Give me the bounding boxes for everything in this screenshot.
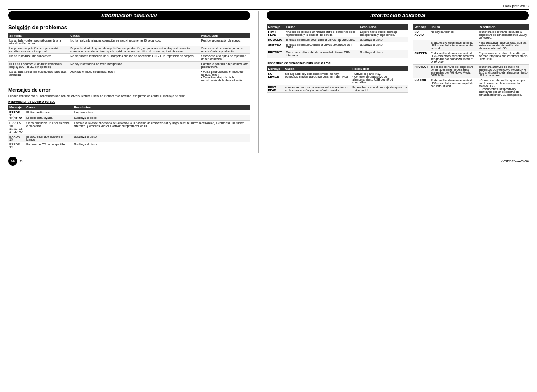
header-text: Black plate (56,1) xyxy=(503,4,529,8)
usb-col-causa: Causa xyxy=(284,66,351,71)
page-number: 56 xyxy=(8,157,17,166)
right-cd-table: Mensaje Causa Resolución FRMT READA vece… xyxy=(267,24,408,58)
col-sintoma: Síntoma xyxy=(8,33,69,38)
r2-col-causa: Causa xyxy=(429,24,477,30)
table-row: FRMT READA veces se produce un retraso e… xyxy=(267,85,408,93)
table-row: N/A USBEl dispositivo de almacenamiento … xyxy=(413,78,529,97)
table-row: ERROR-10, 11, 12, 15, 17, 30, A0Se ha pr… xyxy=(8,121,250,134)
table-row: SKIPPEDEl disco insertado contiene archi… xyxy=(267,42,408,50)
top-divider xyxy=(8,9,529,10)
r-col-res: Resolución xyxy=(359,24,408,30)
table-row: FRMT READA veces se produce un retraso e… xyxy=(267,30,408,37)
table-row: NO XXXX aparece cuando se cambia un disp… xyxy=(8,62,250,69)
cd-col-msg: Mensaje xyxy=(8,105,25,110)
usb-section-title: Dispositivo de almacenamiento USB o iPod xyxy=(267,61,408,65)
col-resolucion: Resolución xyxy=(200,33,250,38)
r-col-causa: Causa xyxy=(285,24,359,30)
problems-table: Síntoma Causa Resolución La pantalla vue… xyxy=(8,33,250,83)
error-intro: Cuando contacte con su concesionario o c… xyxy=(8,95,250,97)
table-row: ERROR-11, 12, 17, 30El disco está sucio.… xyxy=(8,110,250,115)
table-row: El disco está rayado.Sustituya el disco. xyxy=(8,115,250,120)
r2-col-res: Resolución xyxy=(477,24,529,30)
usb-col-msg: Mensaje xyxy=(267,66,283,71)
cd-col-res: Resolución xyxy=(73,105,250,110)
table-row: La gama de repetición de reproducción ca… xyxy=(8,46,250,54)
footer-lang: Es xyxy=(20,159,23,163)
table-row: La pantalla se ilumina cuando la unidad … xyxy=(8,69,250,83)
table-row: No se reproduce una subcarpeta.No se pue… xyxy=(8,54,250,62)
table-row: NO AUDIOEl disco insertado no contiene a… xyxy=(267,37,408,42)
right2-table: Mensaje Causa Resolución NO AUDIONo hay … xyxy=(413,24,529,97)
r2-col-msg: Mensaje xyxy=(413,24,430,30)
page-footer: 56 Es <YRD5324-A/S>56 xyxy=(8,157,529,166)
left-section-title: Información adicional xyxy=(8,11,250,20)
table-row: ERROR-23Formato de CD no compatibleSusti… xyxy=(8,142,250,150)
table-row: PROTECTTodos los archivos del disco inse… xyxy=(267,50,408,58)
cd-section-title: Reproductor de CD incorporado xyxy=(8,100,250,104)
table-row: PROTECTTodos los archivos del dispositiv… xyxy=(413,65,529,78)
r-col-msg: Mensaje xyxy=(267,24,285,30)
col-causa: Causa xyxy=(69,33,200,38)
table-row: NO AUDIONo hay canciones.Transfiera los … xyxy=(413,30,529,40)
table-row: La pantalla vuelve automáticamente a la … xyxy=(8,38,250,46)
table-row: NO DEVICESi Plug and Play está desactiva… xyxy=(267,71,408,85)
column-divider xyxy=(258,11,259,153)
main-columns: Información adicional Solución de proble… xyxy=(8,11,529,153)
right-section-title: Información adicional xyxy=(267,11,529,20)
cd-error-table: Mensaje Causa Resolución ERROR-11, 12, 1… xyxy=(8,105,250,150)
table-row: SKIPPEDEl dispositivo de almacenamiento … xyxy=(413,51,529,65)
error-section-title: Mensajes de error xyxy=(8,87,250,93)
usb-table: Mensaje Causa Resolución NO DEVICESi Plu… xyxy=(267,66,408,93)
table-row: ERROR-15El disco insertado aparece en bl… xyxy=(8,134,250,142)
page-header: Black plate (56,1) xyxy=(8,4,529,8)
left-column: Información adicional Solución de proble… xyxy=(8,11,250,153)
subsection-title: Solución de problemas xyxy=(8,24,250,30)
usb-col-res: Resolución xyxy=(351,66,408,71)
right-column: Información adicional Mensaje Causa Reso… xyxy=(267,11,529,153)
table-row: El dispositivo de almacenamiento USB con… xyxy=(413,40,529,51)
footer-code: <YRD5324-A/S>56 xyxy=(501,159,529,163)
cd-col-causa: Causa xyxy=(25,105,73,110)
appendix-label: Apéndice xyxy=(17,28,29,31)
